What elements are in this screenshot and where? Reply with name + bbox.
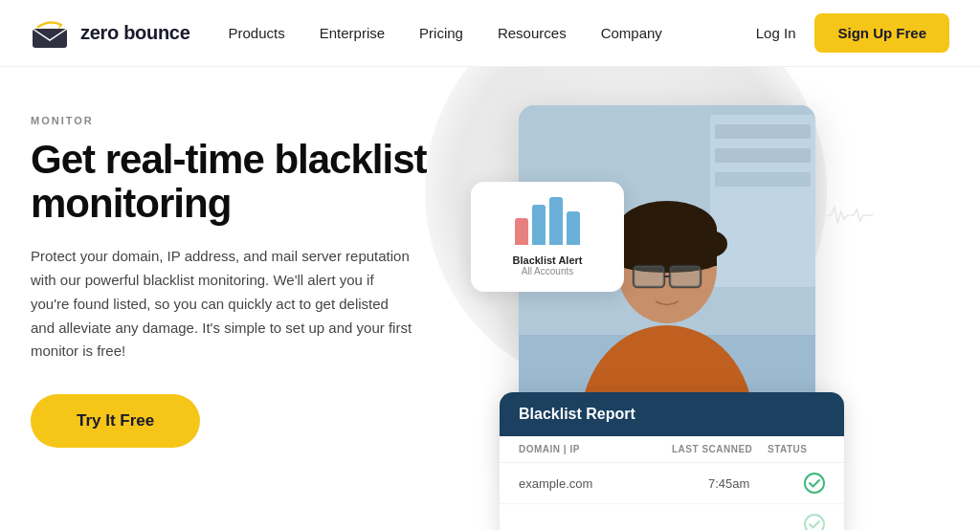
nav-enterprise[interactable]: Enterprise	[320, 25, 385, 41]
nav-products[interactable]: Products	[229, 25, 285, 41]
hero-description: Protect your domain, IP address, and mai…	[31, 245, 413, 364]
signup-button[interactable]: Sign Up Free	[814, 13, 949, 53]
svg-rect-17	[634, 266, 664, 287]
alert-chart	[490, 197, 605, 245]
logo-icon	[31, 17, 73, 50]
alert-subtitle: All Accounts	[490, 266, 605, 276]
try-free-button[interactable]: Try It Free	[31, 394, 200, 448]
bar-1	[515, 218, 528, 245]
nav-links: Products Enterprise Pricing Resources Co…	[229, 25, 756, 41]
status-check-icon-1	[804, 473, 825, 494]
svg-rect-4	[715, 148, 811, 163]
nav-pricing[interactable]: Pricing	[419, 25, 463, 41]
logo[interactable]: zero bounce	[31, 17, 190, 50]
eyebrow-label: MONITOR	[31, 115, 490, 126]
status-check-icon-2	[804, 514, 825, 530]
bar-3	[549, 197, 563, 245]
nav-resources[interactable]: Resources	[498, 25, 567, 41]
report-title: Blacklist Report	[519, 406, 825, 423]
nav-company[interactable]: Company	[601, 25, 662, 41]
svg-rect-3	[715, 124, 811, 139]
alert-title: Blacklist Alert	[490, 254, 605, 266]
col-scanned-header: LAST SCANNED	[672, 444, 768, 454]
alert-card: Blacklist Alert All Accounts	[471, 182, 624, 292]
col-status-header: STATUS	[768, 444, 825, 454]
row-time-1: 7:45am	[708, 476, 804, 491]
svg-rect-2	[710, 115, 815, 287]
report-col-headers: DOMAIN | IP LAST SCANNED STATUS	[500, 436, 844, 463]
navbar: zero bounce Products Enterprise Pricing …	[0, 0, 980, 67]
svg-point-13	[693, 231, 727, 257]
hero-left: MONITOR Get real-time blacklist monitori…	[31, 105, 490, 448]
waveform-decoration	[825, 201, 873, 230]
hero-headline: Get real-time blacklist monitoring	[31, 138, 490, 226]
bar-2	[532, 205, 546, 245]
report-header: Blacklist Report	[500, 392, 844, 436]
row-domain-1: example.com	[519, 476, 708, 491]
logo-text: zero bounce	[80, 22, 190, 43]
bar-4	[567, 211, 580, 245]
report-card: Blacklist Report DOMAIN | IP LAST SCANNE…	[500, 392, 844, 530]
svg-point-12	[617, 254, 717, 273]
main-content: MONITOR Get real-time blacklist monitori…	[0, 67, 980, 530]
svg-point-20	[805, 474, 824, 493]
hero-right: Blacklist Alert All Accounts Blacklist R…	[490, 105, 949, 530]
login-link[interactable]: Log In	[756, 25, 796, 41]
svg-point-21	[805, 515, 824, 530]
svg-rect-18	[670, 266, 701, 287]
report-table: DOMAIN | IP LAST SCANNED STATUS example.…	[500, 436, 844, 530]
nav-actions: Log In Sign Up Free	[756, 13, 949, 53]
table-row	[500, 504, 844, 530]
svg-rect-5	[715, 172, 811, 187]
col-domain-header: DOMAIN | IP	[519, 444, 672, 454]
table-row: example.com 7:45am	[500, 463, 844, 504]
